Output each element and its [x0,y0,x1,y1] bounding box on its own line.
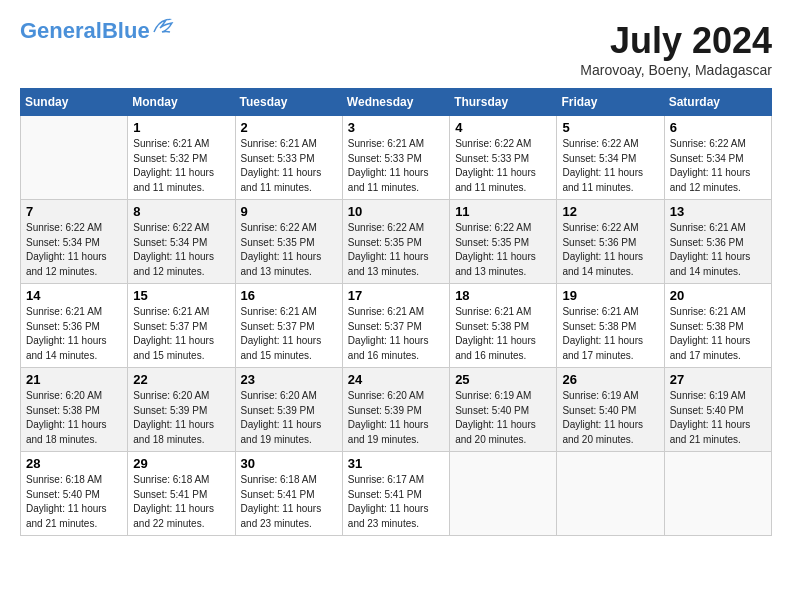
day-info: Sunrise: 6:21 AMSunset: 5:37 PMDaylight:… [241,305,337,363]
month-year-title: July 2024 [580,20,772,62]
calendar-cell: 6Sunrise: 6:22 AMSunset: 5:34 PMDaylight… [664,116,771,200]
calendar-cell: 18Sunrise: 6:21 AMSunset: 5:38 PMDayligh… [450,284,557,368]
page-header: GeneralBlue July 2024 Marovoay, Boeny, M… [20,20,772,78]
calendar-cell: 13Sunrise: 6:21 AMSunset: 5:36 PMDayligh… [664,200,771,284]
day-info: Sunrise: 6:22 AMSunset: 5:35 PMDaylight:… [241,221,337,279]
day-info: Sunrise: 6:22 AMSunset: 5:34 PMDaylight:… [26,221,122,279]
calendar-cell: 25Sunrise: 6:19 AMSunset: 5:40 PMDayligh… [450,368,557,452]
calendar-cell: 2Sunrise: 6:21 AMSunset: 5:33 PMDaylight… [235,116,342,200]
day-number: 6 [670,120,766,135]
day-info: Sunrise: 6:22 AMSunset: 5:34 PMDaylight:… [670,137,766,195]
calendar-cell: 10Sunrise: 6:22 AMSunset: 5:35 PMDayligh… [342,200,449,284]
calendar-week-4: 21Sunrise: 6:20 AMSunset: 5:38 PMDayligh… [21,368,772,452]
calendar-cell: 24Sunrise: 6:20 AMSunset: 5:39 PMDayligh… [342,368,449,452]
day-number: 11 [455,204,551,219]
calendar-cell: 4Sunrise: 6:22 AMSunset: 5:33 PMDaylight… [450,116,557,200]
calendar-cell: 22Sunrise: 6:20 AMSunset: 5:39 PMDayligh… [128,368,235,452]
day-info: Sunrise: 6:22 AMSunset: 5:35 PMDaylight:… [455,221,551,279]
day-number: 13 [670,204,766,219]
weekday-header-friday: Friday [557,89,664,116]
calendar-week-3: 14Sunrise: 6:21 AMSunset: 5:36 PMDayligh… [21,284,772,368]
title-block: July 2024 Marovoay, Boeny, Madagascar [580,20,772,78]
day-info: Sunrise: 6:21 AMSunset: 5:38 PMDaylight:… [455,305,551,363]
day-number: 23 [241,372,337,387]
day-number: 4 [455,120,551,135]
day-info: Sunrise: 6:21 AMSunset: 5:33 PMDaylight:… [241,137,337,195]
day-number: 26 [562,372,658,387]
day-number: 29 [133,456,229,471]
day-info: Sunrise: 6:22 AMSunset: 5:35 PMDaylight:… [348,221,444,279]
day-number: 16 [241,288,337,303]
calendar-week-1: 1Sunrise: 6:21 AMSunset: 5:32 PMDaylight… [21,116,772,200]
day-info: Sunrise: 6:17 AMSunset: 5:41 PMDaylight:… [348,473,444,531]
calendar-cell: 29Sunrise: 6:18 AMSunset: 5:41 PMDayligh… [128,452,235,536]
day-info: Sunrise: 6:20 AMSunset: 5:39 PMDaylight:… [348,389,444,447]
day-number: 24 [348,372,444,387]
calendar-cell: 8Sunrise: 6:22 AMSunset: 5:34 PMDaylight… [128,200,235,284]
day-info: Sunrise: 6:22 AMSunset: 5:36 PMDaylight:… [562,221,658,279]
day-number: 30 [241,456,337,471]
day-number: 21 [26,372,122,387]
calendar-cell: 28Sunrise: 6:18 AMSunset: 5:40 PMDayligh… [21,452,128,536]
logo-text: GeneralBlue [20,20,150,42]
calendar-cell: 23Sunrise: 6:20 AMSunset: 5:39 PMDayligh… [235,368,342,452]
calendar-cell [450,452,557,536]
weekday-header-wednesday: Wednesday [342,89,449,116]
calendar-cell: 30Sunrise: 6:18 AMSunset: 5:41 PMDayligh… [235,452,342,536]
day-number: 1 [133,120,229,135]
day-number: 7 [26,204,122,219]
day-info: Sunrise: 6:21 AMSunset: 5:38 PMDaylight:… [670,305,766,363]
day-number: 18 [455,288,551,303]
calendar-cell [664,452,771,536]
day-info: Sunrise: 6:20 AMSunset: 5:38 PMDaylight:… [26,389,122,447]
calendar-cell: 31Sunrise: 6:17 AMSunset: 5:41 PMDayligh… [342,452,449,536]
day-info: Sunrise: 6:21 AMSunset: 5:37 PMDaylight:… [133,305,229,363]
day-info: Sunrise: 6:18 AMSunset: 5:41 PMDaylight:… [241,473,337,531]
calendar-cell: 21Sunrise: 6:20 AMSunset: 5:38 PMDayligh… [21,368,128,452]
day-info: Sunrise: 6:20 AMSunset: 5:39 PMDaylight:… [133,389,229,447]
calendar-cell: 11Sunrise: 6:22 AMSunset: 5:35 PMDayligh… [450,200,557,284]
calendar-cell: 19Sunrise: 6:21 AMSunset: 5:38 PMDayligh… [557,284,664,368]
day-number: 5 [562,120,658,135]
weekday-header-thursday: Thursday [450,89,557,116]
calendar-table: SundayMondayTuesdayWednesdayThursdayFrid… [20,88,772,536]
day-number: 17 [348,288,444,303]
day-info: Sunrise: 6:22 AMSunset: 5:34 PMDaylight:… [562,137,658,195]
weekday-header-saturday: Saturday [664,89,771,116]
day-number: 20 [670,288,766,303]
calendar-cell: 12Sunrise: 6:22 AMSunset: 5:36 PMDayligh… [557,200,664,284]
day-info: Sunrise: 6:21 AMSunset: 5:36 PMDaylight:… [670,221,766,279]
day-info: Sunrise: 6:21 AMSunset: 5:38 PMDaylight:… [562,305,658,363]
day-info: Sunrise: 6:22 AMSunset: 5:34 PMDaylight:… [133,221,229,279]
day-info: Sunrise: 6:21 AMSunset: 5:37 PMDaylight:… [348,305,444,363]
calendar-cell: 14Sunrise: 6:21 AMSunset: 5:36 PMDayligh… [21,284,128,368]
day-number: 19 [562,288,658,303]
day-info: Sunrise: 6:21 AMSunset: 5:32 PMDaylight:… [133,137,229,195]
weekday-header-tuesday: Tuesday [235,89,342,116]
day-number: 25 [455,372,551,387]
day-info: Sunrise: 6:20 AMSunset: 5:39 PMDaylight:… [241,389,337,447]
calendar-cell: 1Sunrise: 6:21 AMSunset: 5:32 PMDaylight… [128,116,235,200]
day-number: 31 [348,456,444,471]
calendar-cell [557,452,664,536]
calendar-cell: 27Sunrise: 6:19 AMSunset: 5:40 PMDayligh… [664,368,771,452]
weekday-header-sunday: Sunday [21,89,128,116]
day-info: Sunrise: 6:22 AMSunset: 5:33 PMDaylight:… [455,137,551,195]
calendar-header: SundayMondayTuesdayWednesdayThursdayFrid… [21,89,772,116]
day-number: 14 [26,288,122,303]
day-number: 9 [241,204,337,219]
day-info: Sunrise: 6:18 AMSunset: 5:41 PMDaylight:… [133,473,229,531]
day-number: 3 [348,120,444,135]
calendar-cell: 3Sunrise: 6:21 AMSunset: 5:33 PMDaylight… [342,116,449,200]
calendar-cell [21,116,128,200]
day-info: Sunrise: 6:21 AMSunset: 5:36 PMDaylight:… [26,305,122,363]
bird-icon [152,18,174,36]
calendar-cell: 17Sunrise: 6:21 AMSunset: 5:37 PMDayligh… [342,284,449,368]
day-info: Sunrise: 6:18 AMSunset: 5:40 PMDaylight:… [26,473,122,531]
day-info: Sunrise: 6:21 AMSunset: 5:33 PMDaylight:… [348,137,444,195]
calendar-cell: 15Sunrise: 6:21 AMSunset: 5:37 PMDayligh… [128,284,235,368]
day-info: Sunrise: 6:19 AMSunset: 5:40 PMDaylight:… [670,389,766,447]
calendar-cell: 26Sunrise: 6:19 AMSunset: 5:40 PMDayligh… [557,368,664,452]
calendar-cell: 5Sunrise: 6:22 AMSunset: 5:34 PMDaylight… [557,116,664,200]
day-number: 27 [670,372,766,387]
